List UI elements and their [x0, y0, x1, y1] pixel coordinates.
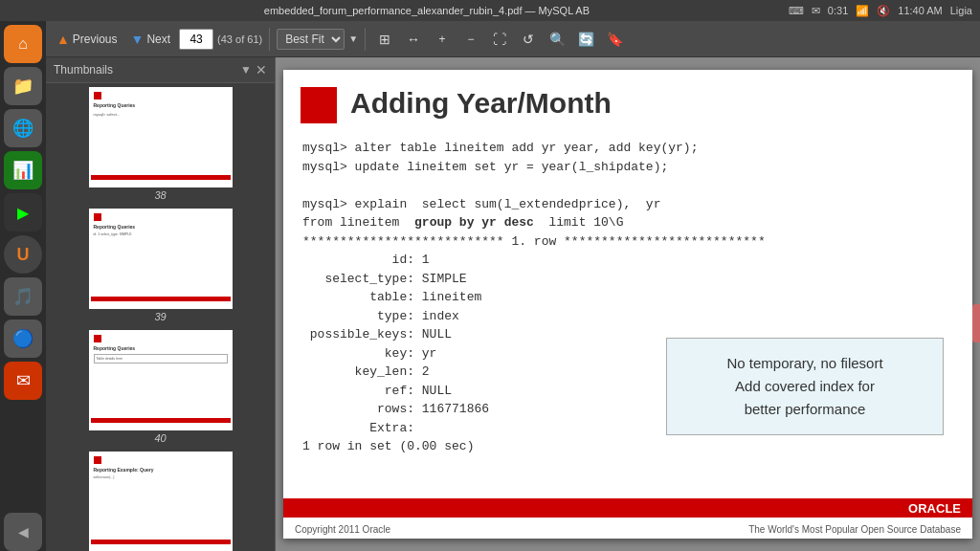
sidebar-title: Thumbnails [54, 63, 113, 77]
slide-callout: No temporary, no filesort Add covered in… [666, 338, 944, 435]
zoom-out-button[interactable]: − [458, 27, 483, 52]
prev-button[interactable]: ▲ Previous [52, 29, 122, 50]
zoom-in-button[interactable]: + [430, 27, 455, 52]
rotate-button[interactable]: ↺ [516, 27, 541, 52]
sidebar-close-button[interactable]: ✕ [256, 62, 267, 77]
thumbnail-41[interactable]: Reporting Example: Query select sum(...)… [50, 452, 271, 551]
footer-tagline: The World's Most Popular Open Source Dat… [748, 524, 961, 535]
fullscreen-button[interactable]: ⛶ [487, 27, 512, 52]
callout-line3: better performance [682, 398, 927, 421]
battery-time: 0:31 [828, 5, 848, 16]
separator-2 [365, 28, 366, 51]
email-icon: ✉ [812, 5, 820, 17]
pdf-viewer-area: Adding Year/Month mysql> alter table lin… [276, 57, 980, 551]
search-button[interactable]: 🔍 [545, 27, 569, 52]
app-icon-home[interactable]: ⌂ [4, 25, 42, 63]
app-icon-unity[interactable]: U [4, 235, 42, 274]
slide-red-square [301, 87, 337, 123]
fit-width-button[interactable]: ↔ [401, 27, 426, 52]
refresh-button[interactable]: 🔄 [573, 27, 598, 52]
app-icon-browser[interactable]: 🌐 [4, 109, 42, 147]
titlebar-title: embedded_forum_performance_alexander_rub… [65, 5, 789, 16]
thumbnails-panel: Reporting Queries mysql> select... 38 Re… [46, 83, 275, 551]
oracle-brand: ORACLE [908, 501, 961, 516]
fit-page-button[interactable]: ⊞ [372, 27, 397, 52]
callout-line2: Add covered index for [682, 375, 927, 398]
app-icon-music[interactable]: 🎵 [4, 277, 42, 316]
callout-line1: No temporary, no filesort [682, 352, 927, 375]
keyboard-icon: ⌨ [789, 5, 804, 17]
titlebar-right: ⌨ ✉ 0:31 📶 🔇 11:40 AM Ligia [789, 5, 972, 17]
zoom-select[interactable]: Best Fit [277, 29, 345, 50]
thumbnail-39-label: 39 [154, 311, 166, 322]
wifi-icon: 📶 [856, 5, 869, 17]
thumbnail-40[interactable]: Reporting Queries Table details here 40 [50, 330, 271, 444]
bookmark-button[interactable]: 🔖 [602, 27, 627, 52]
next-button[interactable]: ▼ Next [126, 29, 176, 50]
footer-copyright: Copyright 2011 Oracle [295, 524, 390, 535]
page-number-input[interactable] [179, 29, 213, 50]
clock: 11:40 AM [898, 5, 942, 16]
separator-1 [269, 28, 270, 51]
app-icon-terminal[interactable]: ▶ [4, 193, 42, 231]
volume-icon: 🔇 [877, 5, 890, 17]
pdf-page: Adding Year/Month mysql> alter table lin… [283, 70, 972, 539]
app-icon-spreadsheet[interactable]: 📊 [4, 151, 42, 189]
slide-footer-text: Copyright 2011 Oracle The World's Most P… [283, 524, 972, 535]
thumbnail-38-label: 38 [154, 189, 166, 201]
thumbnail-39[interactable]: Reporting Queries id: 1 select_type: SIM… [50, 209, 271, 322]
dropdown-arrow-icon: ▼ [348, 33, 358, 44]
app-icon-mail[interactable]: ✉ [4, 362, 42, 400]
sidebar-options-button[interactable]: ▼ [240, 62, 252, 77]
thumbnail-38[interactable]: Reporting Queries mysql> select... 38 [50, 87, 271, 201]
prev-arrow-icon: ▲ [56, 32, 70, 47]
app-icon-arrow[interactable]: ◀ [4, 513, 42, 551]
scroll-handle[interactable] [972, 304, 980, 342]
app-icon-files[interactable]: 📁 [4, 67, 42, 105]
app-icon-browser2[interactable]: 🔵 [4, 320, 42, 358]
page-total: (43 of 61) [217, 33, 262, 45]
slide-title: Adding Year/Month [350, 87, 612, 120]
next-arrow-icon: ▼ [131, 32, 145, 47]
slide-footer-bar: ORACLE [283, 498, 972, 518]
thumbnail-40-label: 40 [154, 432, 166, 444]
user-name: Ligia [950, 5, 972, 16]
